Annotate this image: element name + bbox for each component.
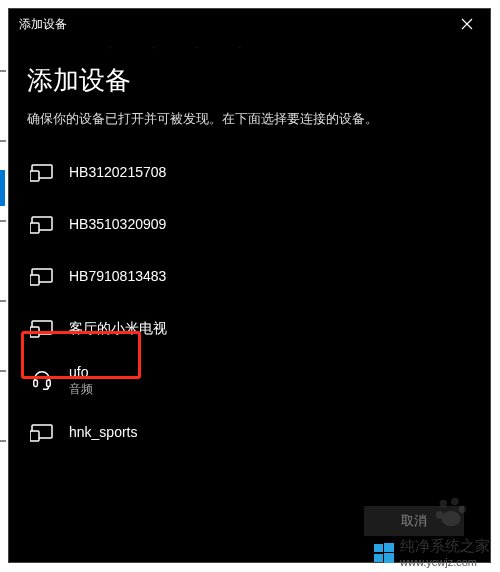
close-icon	[461, 18, 473, 30]
device-list: HB3120215708 HB3510320909 HB7910813483	[27, 146, 472, 458]
headset-icon	[29, 367, 55, 393]
add-device-dialog: 添加设备 ···· 添加设备 确保你的设备已打开并可被发现。在下面选择要连接的设…	[8, 8, 491, 563]
device-name: HB7910813483	[69, 268, 166, 285]
device-text: HB3510320909	[69, 216, 166, 233]
background-edge-marks	[0, 0, 10, 572]
device-subtext: 音频	[69, 382, 93, 396]
close-button[interactable]	[452, 9, 482, 39]
display-icon	[29, 211, 55, 237]
device-item[interactable]: HB7910813483	[27, 250, 472, 302]
display-icon	[29, 419, 55, 445]
device-name: hnk_sports	[69, 424, 137, 441]
dialog-subtext: 确保你的设备已打开并可被发现。在下面选择要连接的设备。	[27, 110, 472, 128]
ghost-tab-hints: ····	[109, 41, 241, 53]
device-item[interactable]: HB3120215708	[27, 146, 472, 198]
device-item[interactable]: 客厅的小米电视	[27, 302, 472, 354]
titlebar: 添加设备	[9, 9, 490, 39]
device-item[interactable]: ufo 音频	[27, 354, 472, 406]
svg-rect-5	[30, 275, 39, 285]
cancel-button-label: 取消	[401, 512, 427, 530]
background-selection-bar	[0, 170, 5, 206]
device-item[interactable]: HB3510320909	[27, 198, 472, 250]
display-icon	[29, 263, 55, 289]
svg-rect-20	[384, 553, 394, 563]
device-text: HB3120215708	[69, 164, 166, 181]
device-name: ufo	[69, 364, 93, 381]
svg-rect-3	[30, 223, 39, 233]
svg-rect-1	[30, 171, 39, 181]
watermark: 纯净系统之家 www.ycwjz.com	[374, 537, 490, 568]
watermark-url: www.ycwjz.com	[400, 556, 490, 568]
device-item[interactable]: hnk_sports	[27, 406, 472, 458]
svg-rect-19	[374, 554, 383, 562]
svg-point-14	[459, 505, 467, 513]
svg-rect-9	[47, 380, 51, 386]
dialog-heading: 添加设备	[27, 63, 472, 98]
paw-watermark-icon	[432, 494, 470, 532]
device-text: 客厅的小米电视	[69, 320, 167, 337]
display-icon	[29, 159, 55, 185]
watermark-brand: 纯净系统之家	[400, 537, 490, 554]
svg-point-13	[451, 498, 459, 506]
svg-rect-11	[30, 431, 39, 441]
svg-point-16	[442, 511, 461, 526]
svg-rect-8	[34, 380, 38, 386]
device-name: 客厅的小米电视	[69, 320, 167, 337]
device-text: HB7910813483	[69, 268, 166, 285]
watermark-text: 纯净系统之家 www.ycwjz.com	[400, 537, 490, 568]
windows-logo-icon	[374, 543, 394, 563]
svg-rect-17	[374, 544, 383, 552]
device-name: HB3510320909	[69, 216, 166, 233]
svg-rect-18	[384, 543, 394, 552]
titlebar-title: 添加设备	[19, 16, 67, 33]
svg-point-12	[440, 500, 448, 508]
device-text: ufo 音频	[69, 364, 93, 396]
device-name: HB3120215708	[69, 164, 166, 181]
device-text: hnk_sports	[69, 424, 137, 441]
svg-rect-7	[30, 327, 39, 337]
display-icon	[29, 315, 55, 341]
dialog-content: 添加设备 确保你的设备已打开并可被发现。在下面选择要连接的设备。 HB31202…	[9, 39, 490, 458]
